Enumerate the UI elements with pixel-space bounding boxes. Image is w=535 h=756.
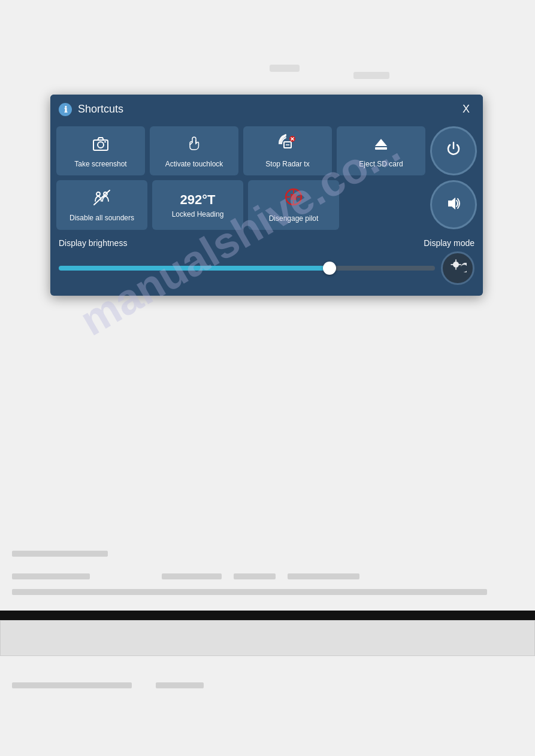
disengage-pilot-label: Disengage pilot xyxy=(269,214,319,224)
heading-value: 292°T xyxy=(180,192,216,208)
volume-icon xyxy=(445,195,463,215)
black-bar xyxy=(0,611,535,620)
brightness-track xyxy=(59,266,435,271)
touch-icon xyxy=(185,134,204,156)
dialog-body: Take screenshot Activate touchlock xyxy=(50,123,483,296)
eject-icon xyxy=(371,134,391,156)
brightness-controls xyxy=(59,251,474,285)
take-screenshot-label: Take screenshot xyxy=(74,160,126,169)
disable-sounders-button[interactable]: Disable all sounders xyxy=(56,180,147,230)
redacted-text-3 xyxy=(162,573,222,579)
close-button[interactable]: X xyxy=(459,102,473,117)
svg-marker-22 xyxy=(448,198,455,210)
gray-bar xyxy=(0,620,535,656)
eject-sd-card-label: Eject SD card xyxy=(359,160,403,169)
disengage-icon xyxy=(284,187,303,211)
shortcuts-row-1: Take screenshot Activate touchlock xyxy=(56,126,477,175)
redacted-bottom-2 xyxy=(156,682,204,688)
activate-touchlock-label: Activate touchlock xyxy=(165,160,223,169)
redacted-text-5 xyxy=(288,573,359,579)
radar-icon xyxy=(278,134,297,156)
disable-sounders-label: Disable all sounders xyxy=(69,214,134,223)
display-mode-label: Display mode xyxy=(424,238,474,248)
row2-spacer xyxy=(344,180,425,230)
brightness-label: Display brightness xyxy=(59,238,127,248)
power-button[interactable] xyxy=(430,126,477,175)
redacted-text-1 xyxy=(12,551,108,557)
activate-touchlock-button[interactable]: Activate touchlock xyxy=(150,126,238,175)
redacted-bottom-1 xyxy=(12,682,132,688)
display-mode-icon xyxy=(449,257,467,279)
brightness-slider[interactable] xyxy=(59,262,435,274)
shortcuts-dialog: ℹ Shortcuts X Take screenshot xyxy=(50,95,483,296)
svg-point-11 xyxy=(96,192,100,196)
volume-button[interactable] xyxy=(430,180,477,229)
svg-point-1 xyxy=(98,142,104,148)
brightness-header-row: Display brightness Display mode xyxy=(59,238,474,248)
power-icon xyxy=(445,140,463,162)
svg-point-23 xyxy=(453,262,459,268)
display-mode-button[interactable] xyxy=(441,251,474,285)
info-icon: ℹ xyxy=(59,103,72,116)
stop-radar-tx-button[interactable]: Stop Radar tx xyxy=(243,126,332,175)
dialog-title: Shortcuts xyxy=(78,103,123,116)
svg-rect-10 xyxy=(375,147,387,150)
eject-sd-card-button[interactable]: Eject SD card xyxy=(337,126,425,175)
redacted-text-4 xyxy=(234,573,276,579)
dialog-header: ℹ Shortcuts X xyxy=(50,95,483,123)
camera-icon xyxy=(91,134,110,156)
redacted-text-2 xyxy=(12,573,90,579)
svg-marker-9 xyxy=(375,139,387,146)
take-screenshot-button[interactable]: Take screenshot xyxy=(56,126,145,175)
brightness-thumb[interactable] xyxy=(323,262,336,275)
bottom-content xyxy=(0,521,535,600)
locked-heading-label: Locked Heading xyxy=(172,210,224,220)
sounders-icon xyxy=(92,188,111,210)
dialog-title-area: ℹ Shortcuts xyxy=(59,103,123,116)
disengage-pilot-button[interactable]: Disengage pilot xyxy=(248,180,339,230)
redacted-text-6 xyxy=(12,589,487,595)
shortcuts-row-2: Disable all sounders 292°T Locked Headin… xyxy=(56,180,477,230)
stop-radar-tx-label: Stop Radar tx xyxy=(265,160,309,169)
svg-rect-2 xyxy=(104,141,106,142)
brightness-section: Display brightness Display mode xyxy=(56,235,477,287)
locked-heading-button[interactable]: 292°T Locked Heading xyxy=(152,180,243,230)
